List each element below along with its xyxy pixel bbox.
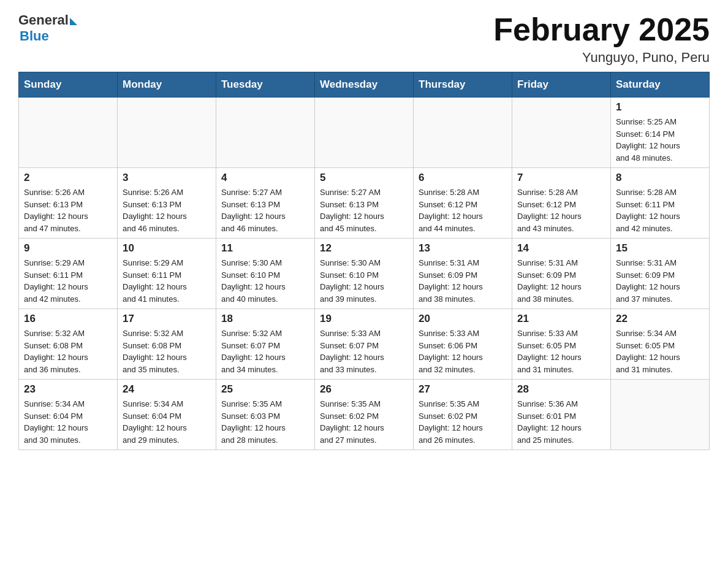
calendar-cell [216,98,315,168]
day-info: Sunrise: 5:30 AM Sunset: 6:10 PM Dayligh… [221,258,286,304]
day-number: 17 [123,313,211,325]
day-info: Sunrise: 5:32 AM Sunset: 6:08 PM Dayligh… [24,329,88,374]
calendar-cell: 11Sunrise: 5:30 AM Sunset: 6:10 PM Dayli… [216,239,315,309]
weekday-header-sunday: Sunday [19,72,118,98]
calendar-cell: 17Sunrise: 5:32 AM Sunset: 6:08 PM Dayli… [118,309,216,380]
logo-general-text: General [18,12,69,28]
logo-arrow-icon [70,18,77,25]
day-number: 28 [517,383,605,396]
day-number: 16 [24,313,112,325]
page-header: General Blue February 2025 Yunguyo, Puno… [18,12,710,66]
day-info: Sunrise: 5:34 AM Sunset: 6:04 PM Dayligh… [123,399,187,445]
calendar-cell [118,98,216,168]
day-number: 2 [24,172,112,184]
day-number: 27 [419,383,507,396]
day-number: 10 [123,242,211,255]
day-info: Sunrise: 5:35 AM Sunset: 6:02 PM Dayligh… [320,399,384,445]
calendar-cell: 9Sunrise: 5:29 AM Sunset: 6:11 PM Daylig… [19,239,118,309]
calendar-cell: 22Sunrise: 5:34 AM Sunset: 6:05 PM Dayli… [611,309,710,380]
calendar-cell [414,98,512,168]
calendar-table: SundayMondayTuesdayWednesdayThursdayFrid… [18,72,710,450]
calendar-title: February 2025 [493,12,710,47]
day-info: Sunrise: 5:26 AM Sunset: 6:13 PM Dayligh… [123,188,187,233]
day-number: 11 [221,242,309,255]
calendar-cell [19,98,118,168]
calendar-cell: 1Sunrise: 5:25 AM Sunset: 6:14 PM Daylig… [611,98,710,168]
calendar-cell: 19Sunrise: 5:33 AM Sunset: 6:07 PM Dayli… [315,309,414,380]
day-number: 3 [123,172,211,184]
day-number: 1 [616,101,704,113]
day-number: 21 [517,313,605,325]
day-number: 15 [616,242,704,255]
day-info: Sunrise: 5:36 AM Sunset: 6:01 PM Dayligh… [517,399,582,445]
calendar-cell: 18Sunrise: 5:32 AM Sunset: 6:07 PM Dayli… [216,309,315,380]
calendar-body: 1Sunrise: 5:25 AM Sunset: 6:14 PM Daylig… [19,98,710,450]
day-info: Sunrise: 5:28 AM Sunset: 6:11 PM Dayligh… [616,188,680,233]
day-number: 24 [123,383,211,396]
day-info: Sunrise: 5:30 AM Sunset: 6:10 PM Dayligh… [320,258,384,304]
calendar-cell: 20Sunrise: 5:33 AM Sunset: 6:06 PM Dayli… [414,309,512,380]
day-info: Sunrise: 5:28 AM Sunset: 6:12 PM Dayligh… [419,188,483,233]
calendar-week-row: 2Sunrise: 5:26 AM Sunset: 6:13 PM Daylig… [19,168,710,239]
day-info: Sunrise: 5:31 AM Sunset: 6:09 PM Dayligh… [419,258,483,304]
calendar-subtitle: Yunguyo, Puno, Peru [493,50,710,66]
calendar-cell: 27Sunrise: 5:35 AM Sunset: 6:02 PM Dayli… [414,380,512,450]
weekday-header-tuesday: Tuesday [216,72,315,98]
calendar-cell: 14Sunrise: 5:31 AM Sunset: 6:09 PM Dayli… [512,239,611,309]
calendar-cell: 4Sunrise: 5:27 AM Sunset: 6:13 PM Daylig… [216,168,315,239]
day-number: 12 [320,242,408,255]
calendar-cell: 24Sunrise: 5:34 AM Sunset: 6:04 PM Dayli… [118,380,216,450]
day-number: 5 [320,172,408,184]
day-number: 19 [320,313,408,325]
day-info: Sunrise: 5:31 AM Sunset: 6:09 PM Dayligh… [616,258,680,304]
calendar-cell: 28Sunrise: 5:36 AM Sunset: 6:01 PM Dayli… [512,380,611,450]
calendar-cell: 3Sunrise: 5:26 AM Sunset: 6:13 PM Daylig… [118,168,216,239]
logo-blue-text: Blue [20,28,77,44]
weekday-header-thursday: Thursday [414,72,512,98]
calendar-cell: 10Sunrise: 5:29 AM Sunset: 6:11 PM Dayli… [118,239,216,309]
calendar-week-row: 9Sunrise: 5:29 AM Sunset: 6:11 PM Daylig… [19,239,710,309]
day-info: Sunrise: 5:33 AM Sunset: 6:05 PM Dayligh… [517,329,582,374]
day-info: Sunrise: 5:35 AM Sunset: 6:02 PM Dayligh… [419,399,483,445]
day-info: Sunrise: 5:28 AM Sunset: 6:12 PM Dayligh… [517,188,582,233]
calendar-cell: 23Sunrise: 5:34 AM Sunset: 6:04 PM Dayli… [19,380,118,450]
calendar-cell [611,380,710,450]
calendar-cell [315,98,414,168]
day-number: 13 [419,242,507,255]
day-number: 9 [24,242,112,255]
weekday-header-saturday: Saturday [611,72,710,98]
day-info: Sunrise: 5:33 AM Sunset: 6:07 PM Dayligh… [320,329,384,374]
day-info: Sunrise: 5:29 AM Sunset: 6:11 PM Dayligh… [123,258,187,304]
day-number: 7 [517,172,605,184]
logo: General Blue [18,12,77,44]
day-number: 4 [221,172,309,184]
calendar-cell: 16Sunrise: 5:32 AM Sunset: 6:08 PM Dayli… [19,309,118,380]
calendar-cell: 26Sunrise: 5:35 AM Sunset: 6:02 PM Dayli… [315,380,414,450]
day-info: Sunrise: 5:34 AM Sunset: 6:04 PM Dayligh… [24,399,88,445]
day-info: Sunrise: 5:29 AM Sunset: 6:11 PM Dayligh… [24,258,88,304]
day-info: Sunrise: 5:31 AM Sunset: 6:09 PM Dayligh… [517,258,582,304]
day-info: Sunrise: 5:27 AM Sunset: 6:13 PM Dayligh… [221,188,286,233]
day-number: 25 [221,383,309,396]
calendar-cell: 2Sunrise: 5:26 AM Sunset: 6:13 PM Daylig… [19,168,118,239]
calendar-week-row: 23Sunrise: 5:34 AM Sunset: 6:04 PM Dayli… [19,380,710,450]
calendar-week-row: 16Sunrise: 5:32 AM Sunset: 6:08 PM Dayli… [19,309,710,380]
day-number: 18 [221,313,309,325]
day-number: 23 [24,383,112,396]
weekday-header-monday: Monday [118,72,216,98]
day-number: 6 [419,172,507,184]
day-info: Sunrise: 5:34 AM Sunset: 6:05 PM Dayligh… [616,329,680,374]
day-info: Sunrise: 5:25 AM Sunset: 6:14 PM Dayligh… [616,117,680,163]
calendar-cell: 21Sunrise: 5:33 AM Sunset: 6:05 PM Dayli… [512,309,611,380]
day-info: Sunrise: 5:35 AM Sunset: 6:03 PM Dayligh… [221,399,286,445]
weekday-header-wednesday: Wednesday [315,72,414,98]
calendar-cell: 6Sunrise: 5:28 AM Sunset: 6:12 PM Daylig… [414,168,512,239]
calendar-cell: 25Sunrise: 5:35 AM Sunset: 6:03 PM Dayli… [216,380,315,450]
calendar-cell: 15Sunrise: 5:31 AM Sunset: 6:09 PM Dayli… [611,239,710,309]
day-number: 20 [419,313,507,325]
calendar-cell: 5Sunrise: 5:27 AM Sunset: 6:13 PM Daylig… [315,168,414,239]
day-number: 8 [616,172,704,184]
calendar-cell: 7Sunrise: 5:28 AM Sunset: 6:12 PM Daylig… [512,168,611,239]
calendar-cell: 8Sunrise: 5:28 AM Sunset: 6:11 PM Daylig… [611,168,710,239]
day-number: 14 [517,242,605,255]
